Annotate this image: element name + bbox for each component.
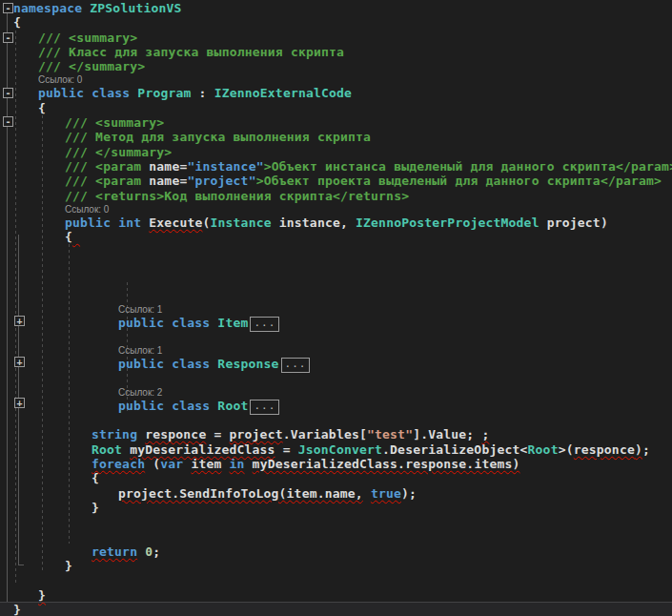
- code-token: /// <param: [65, 159, 149, 174]
- code-token: public class: [118, 399, 217, 413]
- code-token: =: [206, 427, 229, 441]
- code-token: }: [92, 501, 99, 515]
- expand-region-icon[interactable]: +: [14, 316, 25, 326]
- codelens-references: Ссылок: 0: [0, 73, 672, 86]
- code-token: IZennoPosterProjectModel: [356, 216, 540, 230]
- code-token: {: [92, 471, 99, 485]
- blank-line: [0, 330, 672, 344]
- code-token: .DeserializeObject<: [382, 442, 528, 457]
- code-line: /// <param name="instance">Объект инстан…: [0, 159, 672, 174]
- code-token: [221, 457, 229, 471]
- code-token: IZennoExternalCode: [214, 86, 352, 100]
- code-token: project): [540, 216, 608, 230]
- code-token: public int: [65, 216, 149, 230]
- code-token: instance,: [272, 216, 356, 230]
- blank-line: [0, 573, 672, 587]
- code-line: }: [0, 588, 672, 603]
- code-token: /// <summary>: [38, 31, 137, 45]
- code-token: Root: [92, 442, 122, 457]
- code-line: /// </summary>: [0, 59, 672, 73]
- change-bar-unsaved: [0, 269, 4, 569]
- code-line: foreach (var item in myDeserializedClass…: [0, 457, 672, 471]
- code-line: /// Класс для запуска выполнения скрипта: [0, 45, 672, 59]
- code-token: ;: [642, 442, 650, 457]
- code-token: /// Класс для запуска выполнения скрипта: [38, 45, 344, 59]
- collapse-region-icon[interactable]: -: [3, 3, 13, 13]
- code-token: Item: [217, 316, 248, 330]
- codelens-references: Ссылок: 1: [0, 344, 672, 357]
- code-token: namespace: [13, 1, 90, 15]
- code-token: >Объект проекта выделеный для данного ск…: [256, 174, 662, 188]
- collapsed-region-box[interactable]: ...: [250, 400, 279, 415]
- code-token: in: [230, 457, 245, 471]
- collapse-region-icon[interactable]: -: [3, 32, 13, 43]
- code-token: item: [191, 457, 221, 471]
- code-token: .Variables[: [283, 427, 367, 441]
- code-line: {: [0, 230, 672, 244]
- code-token: [122, 442, 130, 457]
- codelens-references: Ссылок: 1: [0, 303, 672, 316]
- code-line: project.SendInfoToLog(item.name, true);: [0, 486, 672, 501]
- code-token: myDeserializedClass.response.items): [253, 457, 520, 471]
- change-bar-saved: [0, 241, 4, 269]
- code-token: ;: [481, 427, 489, 441]
- code-token: >(: [559, 442, 574, 457]
- code-token: =: [275, 442, 298, 457]
- code-token: "project": [187, 174, 255, 188]
- collapsed-region-box[interactable]: ...: [281, 358, 311, 373]
- code-line: public class Program : IZennoExternalCod…: [0, 86, 672, 100]
- expand-region-icon[interactable]: +: [14, 398, 25, 408]
- code-line: /// Метод для запуска выполнения скрипта: [0, 130, 672, 144]
- blank-line: [0, 372, 672, 386]
- code-token: ;: [153, 544, 160, 559]
- blank-line: [0, 244, 672, 258]
- collapsed-region-box[interactable]: ...: [250, 317, 279, 332]
- code-line: /// <summary>: [0, 115, 672, 130]
- code-token: (: [202, 216, 210, 230]
- code-token: [72, 230, 80, 244]
- code-token: return: [92, 544, 137, 559]
- code-token: Program: [137, 86, 191, 100]
- code-line: public class Item...: [0, 316, 672, 330]
- codelens-references: Ссылок: 0: [0, 203, 672, 216]
- code-token: public class: [118, 357, 217, 371]
- code-token: /// <summary>: [65, 115, 164, 130]
- code-token: project: [230, 427, 283, 441]
- code-token: /// <returns>Код выполнения скрипта</ret…: [65, 189, 409, 203]
- code-token: var: [160, 457, 183, 471]
- code-token: myDeserializedClass: [130, 442, 275, 457]
- code-line: namespace ZPSolutionVS: [0, 1, 672, 15]
- code-token: /// <param: [65, 174, 149, 188]
- code-lines: namespace ZPSolutionVS{/// <summary>/// …: [0, 1, 672, 616]
- code-token: [137, 544, 145, 559]
- code-token: project.SendInfoToLog(item.name,: [118, 486, 363, 501]
- code-token: Root: [528, 442, 559, 457]
- code-token: >Объект инстанса выделеный для данного с…: [264, 159, 672, 174]
- code-token: (: [145, 457, 160, 471]
- code-line: }: [0, 559, 672, 573]
- collapse-region-icon[interactable]: -: [3, 88, 13, 98]
- collapse-region-icon[interactable]: -: [3, 116, 13, 127]
- code-line: /// </summary>: [0, 145, 672, 159]
- code-line: public class Response...: [0, 357, 672, 371]
- blank-line: [0, 259, 672, 274]
- code-token: /// </summary>: [65, 145, 172, 159]
- code-token: foreach: [92, 457, 145, 471]
- code-token: {: [38, 101, 46, 115]
- code-token: );: [401, 486, 417, 501]
- expand-region-icon[interactable]: +: [14, 357, 25, 367]
- code-line: Root myDeserializedClass = JsonConvert.D…: [0, 442, 672, 457]
- code-editor[interactable]: ----+++ namespace ZPSolutionVS{/// <summ…: [0, 0, 672, 616]
- code-token: responce: [574, 442, 635, 457]
- code-token: ].Value: [413, 427, 466, 441]
- code-token: ZPSolutionVS: [90, 1, 181, 15]
- code-token: [245, 457, 253, 471]
- code-token: [137, 427, 145, 441]
- code-token: string: [92, 427, 137, 441]
- codelens-references: Ссылок: 2: [0, 386, 672, 399]
- code-line: }: [0, 501, 672, 515]
- code-token: public class: [38, 86, 137, 100]
- code-line: public class Root...: [0, 399, 672, 413]
- code-line: {: [0, 101, 672, 115]
- code-token: :: [192, 86, 214, 100]
